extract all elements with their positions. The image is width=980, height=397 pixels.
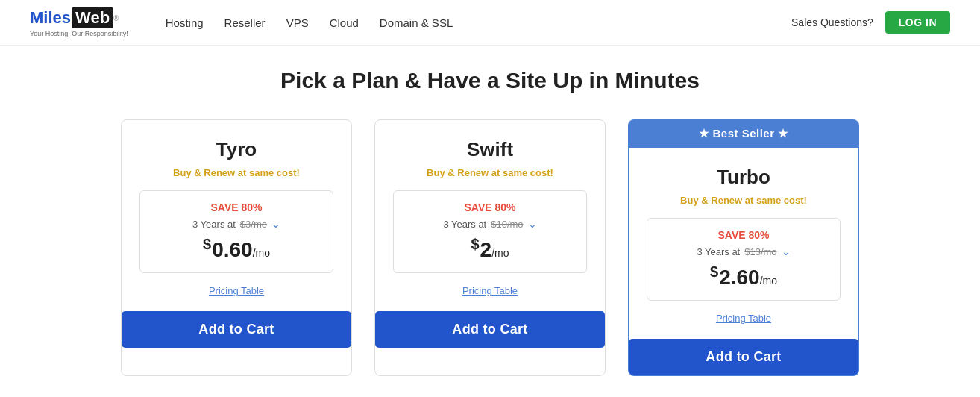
- per-mo-swift: /mo: [491, 247, 509, 259]
- header-right: Sales Questions? LOG IN: [791, 11, 950, 34]
- price-box-tyro: SAVE 80% 3 Years at $3/mo ⌄ $0.60/mo: [139, 190, 333, 273]
- years-text-swift: 3 Years at: [443, 219, 486, 230]
- price-box-swift: SAVE 80% 3 Years at $10/mo ⌄ $2/mo: [393, 190, 587, 273]
- dollar-sign-turbo: $: [710, 263, 718, 280]
- nav-cloud[interactable]: Cloud: [330, 16, 359, 29]
- years-row-swift: 3 Years at $10/mo ⌄: [409, 218, 571, 230]
- main-nav: Hosting Reseller VPS Cloud Domain & SSL: [166, 16, 769, 29]
- years-row-tyro: 3 Years at $3/mo ⌄: [155, 218, 318, 230]
- pricing-table-link-turbo[interactable]: Pricing Table: [716, 313, 771, 324]
- original-price-swift: $10/mo: [491, 219, 523, 230]
- logo-miles: Miles: [30, 8, 71, 28]
- nav-vps[interactable]: VPS: [286, 16, 309, 29]
- plan-card-tyro: Tyro Buy & Renew at same cost! SAVE 80% …: [121, 119, 352, 376]
- logo-reg: ®: [113, 14, 119, 22]
- nav-hosting[interactable]: Hosting: [166, 16, 204, 29]
- renew-text-tyro: Buy & Renew at same cost!: [173, 167, 300, 178]
- add-to-cart-button-turbo[interactable]: Add to Cart: [629, 339, 858, 375]
- plan-body-swift: Swift Buy & Renew at same cost! SAVE 80%…: [375, 120, 605, 375]
- dollar-sign-tyro: $: [203, 236, 211, 252]
- plan-name-tyro: Tyro: [216, 138, 257, 161]
- chevron-icon-turbo[interactable]: ⌄: [782, 246, 791, 257]
- logo-web: Web: [72, 7, 113, 28]
- add-to-cart-button-swift[interactable]: Add to Cart: [375, 311, 605, 348]
- save-label-tyro: SAVE 80%: [155, 201, 318, 213]
- chevron-icon-tyro[interactable]: ⌄: [271, 218, 280, 230]
- main-content: Pick a Plan & Have a Site Up in Minutes …: [0, 46, 980, 397]
- page-title: Pick a Plan & Have a Site Up in Minutes: [30, 68, 950, 93]
- years-text-tyro: 3 Years at: [192, 219, 236, 230]
- original-price-turbo: $13/mo: [744, 246, 776, 257]
- current-price-tyro: $0.60/mo: [155, 236, 318, 262]
- per-mo-tyro: /mo: [253, 247, 270, 259]
- logo: Miles Web ® Your Hosting, Our Responsibi…: [30, 7, 128, 37]
- years-row-turbo: 3 Years at $13/mo ⌄: [662, 246, 825, 257]
- dollar-sign-swift: $: [471, 236, 479, 252]
- per-mo-turbo: /mo: [760, 275, 777, 287]
- plan-card-turbo: ★ Best Seller ★ Turbo Buy & Renew at sam…: [628, 119, 859, 376]
- years-text-turbo: 3 Years at: [697, 246, 740, 257]
- add-to-cart-button-tyro[interactable]: Add to Cart: [122, 311, 351, 348]
- original-price-tyro: $3/mo: [240, 219, 267, 230]
- plan-name-swift: Swift: [467, 138, 513, 161]
- price-box-turbo: SAVE 80% 3 Years at $13/mo ⌄ $2.60/mo: [647, 218, 841, 301]
- renew-text-swift: Buy & Renew at same cost!: [427, 167, 553, 178]
- nav-domain-ssl[interactable]: Domain & SSL: [380, 16, 453, 29]
- chevron-icon-swift[interactable]: ⌄: [528, 218, 537, 230]
- renew-text-turbo: Buy & Renew at same cost!: [680, 195, 807, 206]
- nav-reseller[interactable]: Reseller: [224, 16, 266, 29]
- header: Miles Web ® Your Hosting, Our Responsibi…: [0, 0, 980, 46]
- plan-name-turbo: Turbo: [717, 166, 770, 189]
- bestseller-badge: ★ Best Seller ★: [629, 119, 858, 148]
- plan-body-tyro: Tyro Buy & Renew at same cost! SAVE 80% …: [122, 120, 351, 375]
- save-label-swift: SAVE 80%: [409, 201, 571, 213]
- save-label-turbo: SAVE 80%: [662, 229, 825, 241]
- pricing-table-link-tyro[interactable]: Pricing Table: [209, 285, 264, 296]
- pricing-table-link-swift[interactable]: Pricing Table: [462, 285, 518, 296]
- login-button[interactable]: LOG IN: [885, 11, 950, 34]
- sales-questions-label: Sales Questions?: [791, 16, 873, 28]
- pricing-grid: Tyro Buy & Renew at same cost! SAVE 80% …: [43, 119, 937, 376]
- current-price-swift: $2/mo: [409, 236, 571, 262]
- current-price-turbo: $2.60/mo: [662, 263, 825, 290]
- logo-tagline: Your Hosting, Our Responsibility!: [30, 30, 128, 37]
- plan-body-turbo: Turbo Buy & Renew at same cost! SAVE 80%…: [629, 148, 858, 375]
- plan-card-swift: Swift Buy & Renew at same cost! SAVE 80%…: [374, 119, 606, 376]
